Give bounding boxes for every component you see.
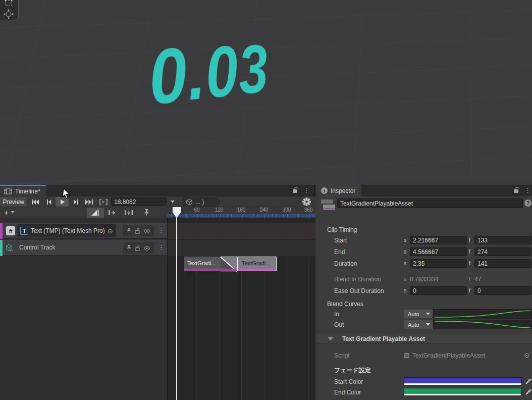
blend-out-curve-preview[interactable] xyxy=(433,320,532,329)
timeline-ruler[interactable] xyxy=(168,214,315,217)
plus-icon: + xyxy=(4,208,9,217)
previous-frame-button[interactable] xyxy=(42,197,56,207)
replace-mode-button[interactable] xyxy=(123,208,134,218)
blend-in-mode-dropdown[interactable]: Auto xyxy=(404,310,433,318)
script-value: TextGradientPlayableAsset xyxy=(412,352,485,359)
start-frames-input[interactable] xyxy=(474,236,531,244)
playable-asset-icon xyxy=(321,199,335,210)
asset-name-input[interactable] xyxy=(337,198,523,208)
blend-in-seconds-value: 0.7833334 xyxy=(410,276,439,283)
object-picker-icon[interactable]: ⊙ xyxy=(108,227,113,235)
track-menu-icon[interactable]: ⋮ xyxy=(158,227,165,233)
end-color-swatch[interactable] xyxy=(404,388,522,396)
pin-icon[interactable] xyxy=(126,245,132,251)
transform-tool-icon xyxy=(4,9,14,19)
ripple-mode-button[interactable] xyxy=(107,208,118,218)
pin-icon[interactable] xyxy=(126,228,132,234)
duration-frames-input[interactable] xyxy=(474,259,531,268)
duration-seconds-input[interactable] xyxy=(410,259,467,268)
preview-toggle-button[interactable]: Preview xyxy=(0,197,27,207)
inspector-menu-icon[interactable]: ⋮ xyxy=(524,187,531,193)
ripple-mode-icon xyxy=(109,210,117,216)
track-color-stripe xyxy=(0,240,3,256)
playhead-line xyxy=(176,217,177,400)
clip-crossfade[interactable] xyxy=(221,257,237,271)
script-file-icon xyxy=(404,353,410,359)
blend-in-curve-preview[interactable] xyxy=(433,309,532,319)
timeline-panel: Timeline* ⋮ Preview xyxy=(0,185,315,400)
ease-out-frames-input[interactable] xyxy=(474,286,531,295)
clip-timing-row-start: Start s f xyxy=(317,235,532,246)
start-seconds-input[interactable] xyxy=(410,236,467,244)
timeline-breadcrumb[interactable]: ... ) xyxy=(183,197,221,207)
play-range-button[interactable] xyxy=(97,197,110,207)
unlock-icon[interactable] xyxy=(292,186,298,193)
blend-curves-title: Blend Curves xyxy=(327,301,363,308)
ruler-tick-120: 120 xyxy=(215,207,224,213)
tab-inspector[interactable]: i Inspector xyxy=(317,185,361,196)
track-row-control[interactable]: Control Track ⋮ xyxy=(0,240,167,256)
track-binding-label: Text (TMP) (Text Mesh Pro) xyxy=(31,227,105,234)
blend-in-duration-row: Blend In Duration s 0.7833334 f 47 xyxy=(317,274,532,285)
clip-textgradient-1[interactable]: TextGradi... xyxy=(184,257,221,271)
breadcrumb-label: ... ) xyxy=(195,198,204,206)
time-format-dropdown-icon[interactable] xyxy=(171,201,175,203)
control-track-lane[interactable] xyxy=(168,240,315,256)
playhead-time-input[interactable] xyxy=(111,197,167,206)
track-row-text-tmp[interactable]: # T Text (TMP) (Text Mesh Pro) ⊙ xyxy=(0,223,167,239)
transform-tool-button[interactable] xyxy=(0,9,18,20)
control-track-icon xyxy=(5,243,14,253)
next-frame-button[interactable] xyxy=(69,197,82,207)
eye-icon[interactable] xyxy=(143,245,150,251)
end-frames-input[interactable] xyxy=(474,247,531,256)
end-seconds-input[interactable] xyxy=(410,247,467,256)
goto-end-button[interactable] xyxy=(83,197,96,207)
script-object-field[interactable]: TextGradientPlayableAsset xyxy=(404,351,521,360)
clip-stripe xyxy=(184,269,221,271)
seconds-unit: s xyxy=(404,276,407,282)
timeline-menu-icon[interactable]: ⋮ xyxy=(303,187,310,193)
start-color-swatch[interactable] xyxy=(404,377,522,385)
marker-toggle-button[interactable] xyxy=(141,208,151,218)
ruler-tick-180: 180 xyxy=(237,207,246,213)
film-icon xyxy=(4,188,12,194)
fade-settings-title: フェード設定 xyxy=(334,366,371,375)
ease-out-duration-row: Ease Out Duration s f xyxy=(317,285,532,297)
playable-asset-foldout[interactable]: Text Gradient Playable Asset xyxy=(317,333,532,344)
text-track-lane[interactable] xyxy=(168,223,315,239)
tab-timeline[interactable]: Timeline* xyxy=(0,185,46,196)
ruler-tick-60: 60 xyxy=(194,207,199,213)
blend-out-mode-dropdown[interactable]: Auto xyxy=(404,320,433,329)
help-icon[interactable]: ? xyxy=(524,199,531,207)
timeline-settings-button[interactable] xyxy=(302,197,311,206)
eyedropper-icon[interactable] xyxy=(525,388,532,395)
unlock-icon[interactable] xyxy=(134,228,140,234)
mix-mode-button[interactable] xyxy=(87,208,104,218)
alpha-bar xyxy=(404,394,521,395)
track-menu-icon[interactable]: ⋮ xyxy=(158,244,165,251)
unlock-icon[interactable] xyxy=(134,245,140,251)
goto-start-button[interactable] xyxy=(29,197,42,207)
unlock-icon[interactable] xyxy=(513,186,519,193)
row-label: End Color xyxy=(334,389,361,396)
end-color-row: End Color xyxy=(317,387,532,398)
eyedropper-icon[interactable] xyxy=(525,378,532,385)
add-track-caret-icon xyxy=(11,211,15,214)
ruler-tick-300: 300 xyxy=(283,207,291,213)
add-track-button[interactable]: + xyxy=(4,208,15,217)
timeline-tab-label: Timeline* xyxy=(15,188,40,195)
eye-icon[interactable] xyxy=(143,228,150,234)
clip-timing-row-duration: Duration s f xyxy=(317,258,532,270)
object-picker-icon[interactable]: ⊙ xyxy=(524,352,529,359)
row-label: Ease Out Duration xyxy=(334,287,384,294)
clip-stripe xyxy=(221,269,237,271)
clip-textgradient-2-selected[interactable]: TextGradi... xyxy=(237,257,277,271)
frames-unit: f xyxy=(469,237,470,243)
rect-tool-button[interactable] xyxy=(0,0,18,9)
seconds-unit: s xyxy=(404,237,407,243)
ease-out-seconds-input[interactable] xyxy=(410,286,467,295)
track-binding-field[interactable]: T Text (TMP) (Text Mesh Pro) ⊙ xyxy=(17,224,116,237)
blend-curve-out-row: Out Auto xyxy=(317,319,532,331)
dropdown-value: Auto xyxy=(408,311,419,317)
mix-mode-icon xyxy=(91,210,99,216)
